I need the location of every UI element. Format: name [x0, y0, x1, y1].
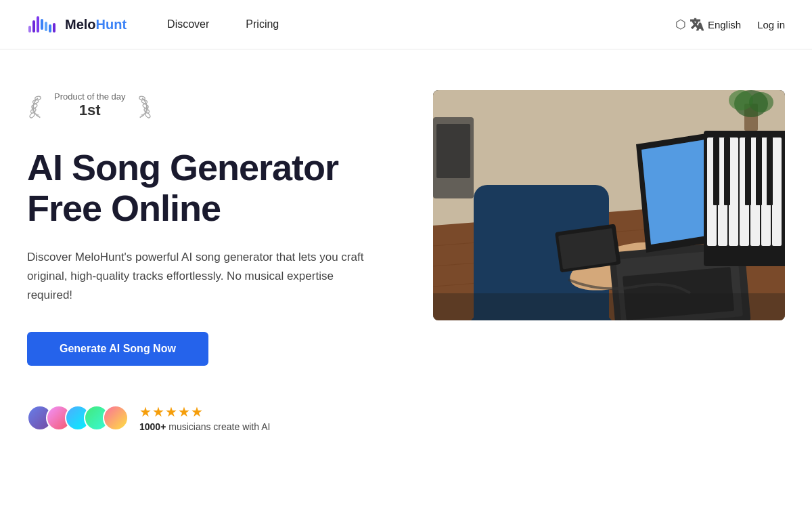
svg-rect-3: [41, 19, 43, 30]
hero-headline: AI Song Generator Free Online: [27, 147, 406, 229]
svg-rect-39: [772, 137, 782, 246]
hero-image: [433, 90, 785, 320]
avatar-group: [27, 405, 129, 431]
svg-rect-6: [53, 23, 55, 33]
product-badge: Product of the day 1st: [27, 90, 406, 120]
svg-point-11: [29, 112, 35, 119]
star-rating: ★★★★★: [139, 404, 270, 420]
hero-description: Discover MeloHunt's powerful AI song gen…: [27, 248, 379, 305]
language-button[interactable]: ⬡ English: [675, 17, 741, 32]
svg-rect-53: [433, 293, 785, 320]
navbar: MeloHunt Discover Pricing ⬡ English Log …: [0, 0, 812, 49]
svg-rect-42: [745, 137, 751, 205]
musician-count: 1000+: [139, 421, 166, 432]
nav-links: Discover Pricing: [167, 18, 675, 30]
nav-pricing[interactable]: Pricing: [246, 18, 315, 30]
svg-rect-40: [713, 137, 719, 205]
social-description: 1000+ musicians create with AI: [139, 421, 270, 432]
svg-rect-48: [436, 124, 470, 178]
svg-point-14: [139, 96, 145, 100]
avatar: [103, 405, 129, 431]
badge-label: Product of the day: [54, 91, 126, 102]
svg-rect-0: [28, 26, 31, 33]
cta-button[interactable]: Generate AI Song Now: [27, 332, 208, 366]
translate-icon: ⬡: [675, 17, 686, 32]
laurel-right-icon: [131, 90, 153, 120]
social-proof: ★★★★★ 1000+ musicians create with AI: [27, 404, 406, 432]
svg-rect-4: [45, 22, 47, 31]
waveform-icon: [27, 14, 60, 35]
badge-text: Product of the day 1st: [54, 91, 126, 119]
svg-rect-41: [724, 137, 730, 205]
nav-discover[interactable]: Discover: [167, 18, 246, 30]
hero-left: Product of the day 1st AI Song Generator…: [27, 90, 433, 432]
logo-text: MeloHunt: [65, 17, 127, 33]
logo[interactable]: MeloHunt: [27, 14, 127, 35]
logo-icon: [27, 14, 60, 35]
svg-rect-1: [32, 20, 35, 33]
laurel-left-icon: [27, 90, 49, 120]
hero-image-area: [433, 90, 785, 320]
translate-icon-svg: [690, 18, 704, 31]
nav-right: ⬡ English Log in: [675, 17, 785, 32]
svg-rect-43: [756, 137, 762, 205]
social-text-label: musicians create with AI: [168, 421, 270, 432]
svg-rect-44: [767, 137, 773, 205]
hero-section: Product of the day 1st AI Song Generator…: [0, 49, 812, 459]
login-button[interactable]: Log in: [757, 19, 785, 30]
language-label: English: [708, 19, 741, 30]
svg-point-52: [749, 92, 773, 112]
svg-rect-5: [49, 24, 51, 33]
svg-rect-2: [37, 16, 39, 33]
studio-scene-svg: [433, 90, 785, 320]
svg-rect-35: [729, 137, 738, 246]
badge-rank: 1st: [54, 102, 126, 119]
social-text: ★★★★★ 1000+ musicians create with AI: [139, 404, 270, 432]
